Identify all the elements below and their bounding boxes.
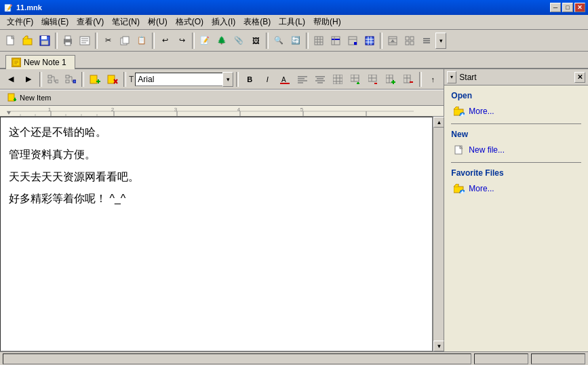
menu-tree[interactable]: 树(U) <box>144 15 172 29</box>
scroll-up-button[interactable]: ▲ <box>433 117 444 128</box>
save-btn[interactable] <box>37 33 53 49</box>
print-btn[interactable] <box>60 33 76 49</box>
right-panel-close-btn[interactable]: ✕ <box>574 72 585 83</box>
attach-btn[interactable]: 📎 <box>231 33 247 49</box>
export-btn[interactable] <box>77 33 93 49</box>
menu-tools[interactable]: 工具(L) <box>275 15 309 29</box>
copy-btn[interactable] <box>117 33 133 49</box>
note-btn[interactable]: 📝 <box>197 33 213 49</box>
scroll-down-button[interactable]: ▼ <box>433 341 444 351</box>
menu-insert[interactable]: 插入(I) <box>208 15 239 29</box>
tab-newnote1[interactable]: New Note 1 <box>5 55 75 69</box>
svg-rect-25 <box>354 42 357 45</box>
cut-btn[interactable]: ✂ <box>100 33 116 49</box>
redo-btn[interactable]: ↪ <box>174 33 190 49</box>
table-insert-btn[interactable] <box>330 71 346 88</box>
tab-area: New Note 1 <box>0 52 588 69</box>
expand-btn[interactable] <box>401 33 418 49</box>
forward-button[interactable]: ▶ <box>20 71 37 88</box>
undo-btn[interactable]: ↩ <box>157 33 173 49</box>
font-dropdown-btn[interactable]: ▾ <box>222 72 233 87</box>
fav-more-icon <box>454 183 465 194</box>
row-add-btn[interactable] <box>347 71 364 88</box>
close-button[interactable]: ✕ <box>574 3 585 12</box>
collapse-btn[interactable] <box>418 33 435 49</box>
back-button[interactable]: ◀ <box>3 71 19 88</box>
panel-dropdown-btn[interactable]: ▾ <box>447 71 456 83</box>
right-panel-content: Open More... New <box>444 85 588 351</box>
svg-marker-34 <box>391 39 395 42</box>
sep6 <box>306 33 309 49</box>
menu-view[interactable]: 查看(V) <box>73 15 108 29</box>
font-italic-btn[interactable]: I <box>259 71 275 88</box>
new-note-btn[interactable] <box>87 71 103 88</box>
new-item-button[interactable]: New Item <box>3 91 56 104</box>
panel-section-new-title: New <box>451 130 581 139</box>
tbl4-btn[interactable] <box>361 33 378 49</box>
nav-sep2 <box>81 72 84 87</box>
svg-rect-57 <box>73 80 76 83</box>
open-btn[interactable] <box>20 33 36 49</box>
font-label: T <box>129 75 134 84</box>
svg-rect-26 <box>366 37 374 45</box>
align-center-btn[interactable] <box>312 71 328 88</box>
fav-more-label: More... <box>469 184 494 193</box>
status-bar <box>0 351 588 365</box>
svg-rect-65 <box>280 83 290 84</box>
new-btn[interactable] <box>3 33 19 49</box>
svg-rect-8 <box>65 42 71 45</box>
svg-text:2: 2 <box>111 107 115 113</box>
tbl1-btn[interactable] <box>311 33 327 49</box>
tree-nav-btn[interactable] <box>45 71 61 88</box>
svg-rect-51 <box>56 80 58 83</box>
align-left-btn[interactable] <box>294 71 311 88</box>
col-add-btn[interactable] <box>383 71 399 88</box>
editor-line-2: 管理资料真方便。 <box>9 145 424 165</box>
delete-note-btn[interactable] <box>104 71 121 88</box>
window-title: 11.mnk <box>16 3 42 12</box>
svg-text:1: 1 <box>48 107 52 113</box>
new-file-icon <box>454 145 465 155</box>
panel-new-file[interactable]: New file... <box>451 143 581 157</box>
svg-text:4: 4 <box>237 107 241 113</box>
tbl3-btn[interactable] <box>345 33 361 49</box>
replace-btn[interactable]: 🔄 <box>288 33 304 49</box>
right-panel-title: Start <box>459 73 476 82</box>
font-bold-btn[interactable]: B <box>241 71 258 88</box>
svg-rect-7 <box>65 36 71 39</box>
editor-line-1: 这个还是不错的哈。 <box>9 123 424 142</box>
maximize-button[interactable]: □ <box>562 3 573 12</box>
scroll-up-btn[interactable]: ↑ <box>425 71 441 88</box>
scroll-btn[interactable] <box>385 33 401 49</box>
scroll-track[interactable] <box>433 128 444 341</box>
menu-edit[interactable]: 编辑(E) <box>37 15 73 29</box>
menu-help[interactable]: 帮助(H) <box>309 15 345 29</box>
title-bar-left: 📝 11.mnk <box>3 2 42 13</box>
nav-sep1 <box>39 72 42 87</box>
font-color-btn[interactable]: A <box>277 71 293 88</box>
img-btn[interactable]: 🖼 <box>248 33 264 49</box>
minimize-button[interactable]: ─ <box>550 3 561 12</box>
col-remove-btn[interactable] <box>400 71 416 88</box>
title-bar: 📝 11.mnk ─ □ ✕ <box>0 0 588 15</box>
editor[interactable]: 这个还是不错的哈。 管理资料真方便。 天天去天天资源网看看吧。 好多精彩等着你呢… <box>0 117 433 351</box>
menu-file[interactable]: 文件(F) <box>3 15 37 29</box>
search-btn[interactable]: 🔍 <box>271 33 287 49</box>
panel-fav-more[interactable]: More... <box>451 182 581 195</box>
toolbar-more-dropdown[interactable]: ▾ <box>435 33 446 49</box>
font-name-input[interactable] <box>135 73 223 86</box>
tree-expand-btn[interactable] <box>62 71 79 88</box>
panel-open-more[interactable]: More... <box>451 104 581 118</box>
app-window: 📝 11.mnk ─ □ ✕ 文件(F) 编辑(E) 查看(V) 笔记(N) 树… <box>0 0 588 365</box>
left-panel: ◀ ▶ <box>0 69 444 351</box>
row-remove-btn[interactable] <box>365 71 381 88</box>
menu-format[interactable]: 格式(O) <box>172 15 208 29</box>
svg-rect-46 <box>48 75 52 78</box>
menu-note[interactable]: 笔记(N) <box>108 15 144 29</box>
paste-btn[interactable]: 📋 <box>134 33 150 49</box>
tbl2-btn[interactable] <box>328 33 344 49</box>
tab-label: New Note 1 <box>24 58 66 67</box>
menu-table[interactable]: 表格(B) <box>239 15 275 29</box>
tree-btn[interactable]: 🌲 <box>214 33 230 49</box>
svg-rect-14 <box>123 37 129 43</box>
